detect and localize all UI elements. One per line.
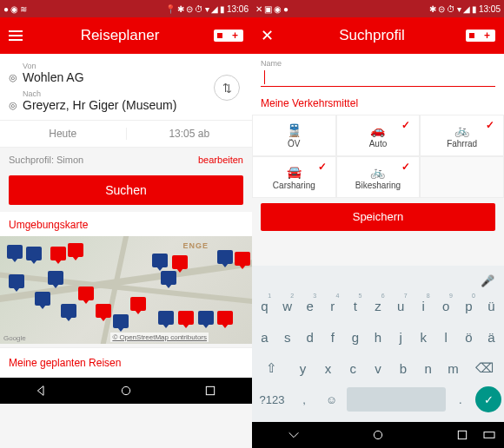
screen-reiseplaner: ●◉≋ 📍✱⊝⏱▾◢▮13:06 Reiseplaner ◎ Von Wohle… [0,0,252,448]
nav-back[interactable] [34,383,50,399]
enter-key[interactable]: ✓ [475,386,501,412]
key-o[interactable]: o9 [436,292,456,320]
key-l[interactable]: l [436,323,456,351]
name-input-block: Name [252,54,504,89]
svg-rect-4 [484,432,494,438]
key-x[interactable]: x [317,354,340,382]
key-z[interactable]: z6 [368,292,388,320]
clock: 13:06 [227,4,249,14]
edit-profile-link[interactable]: bearbeiten [198,155,243,165]
bike-icon: 🚲 [454,123,469,137]
search-profile-row: Suchprofil: Simon bearbeiten [0,148,252,172]
backspace-key[interactable]: ⌫ [467,354,501,382]
keyboard: 🎤 q1w2e3r4t5z6u7i8o9p0ü asdfghjklöä ⇧ yx… [252,266,504,422]
key-j[interactable]: j [391,323,411,351]
map-view[interactable]: ENGE Google © OpenStreetMap contributors [0,236,252,344]
mode-ov[interactable]: 🚆 ÖV [252,115,336,156]
kb-row-2: asdfghjklöä [255,323,501,351]
key-ü[interactable]: ü [481,292,501,320]
date-cell[interactable]: Heute [0,128,127,140]
check-icon: ✓ [401,119,410,131]
key-f[interactable]: f [322,323,342,351]
nav-home[interactable] [370,427,386,443]
key-w[interactable]: w2 [277,292,297,320]
name-label: Name [261,59,495,68]
transport-section-title: Meine Verkehrsmittel [252,89,504,115]
from-value: Wohlen AG [23,70,243,84]
datetime-row[interactable]: Heute 13:05 ab [0,120,252,148]
key-i[interactable]: i8 [414,292,434,320]
mode-label: Carsharing [273,181,315,190]
google-logo: Google [3,334,26,342]
mic-icon[interactable]: 🎤 [481,274,494,287]
mode-auto[interactable]: ✓ 🚗 Auto [336,115,421,156]
planned-trips-title[interactable]: Meine geplanten Reisen [0,347,252,378]
time-cell[interactable]: 13:05 ab [127,128,253,140]
mode-label: Auto [369,139,388,148]
emoji-key[interactable]: ☺ [319,385,343,413]
key-d[interactable]: d [300,323,320,351]
key-ö[interactable]: ö [459,323,479,351]
bikeshare-icon: 🚲 [370,165,385,179]
mode-label: Bikesharing [355,181,401,190]
mode-label: Fahrrad [447,139,477,148]
to-value: Greyerz, Hr Giger (Museum) [23,98,243,112]
check-icon: ✓ [486,119,494,131]
key-v[interactable]: v [367,354,389,382]
key-ä[interactable]: ä [481,323,501,351]
shift-key[interactable]: ⇧ [255,354,289,382]
key-y[interactable]: y [292,354,315,382]
nav-back[interactable] [286,427,302,443]
svg-rect-1 [206,386,214,394]
swap-button[interactable]: ⇅ [214,75,240,101]
page-title: Suchprofil [278,27,466,44]
key-g[interactable]: g [345,323,365,351]
key-e[interactable]: e3 [300,292,320,320]
key-r[interactable]: r4 [322,292,342,320]
key-h[interactable]: h [368,323,388,351]
key-t[interactable]: t5 [345,292,365,320]
key-p[interactable]: p0 [459,292,479,320]
to-field[interactable]: ◎ Nach Greyerz, Hr Giger (Museum) [9,87,243,115]
key-s[interactable]: s [277,323,297,351]
key-m[interactable]: m [442,354,465,382]
nav-keyboard[interactable] [481,427,497,443]
key-c[interactable]: c [342,354,364,382]
check-icon: ✓ [401,161,410,173]
key-n[interactable]: n [417,354,440,382]
page-title: Reiseplaner [26,27,214,44]
map-area-label: ENGE [182,241,209,250]
text-cursor [264,70,265,84]
from-label: Von [23,62,243,70]
nav-recent[interactable] [202,383,218,399]
route-input-block: ◎ Von Wohlen AG ◎ Nach Greyerz, Hr Giger… [0,54,252,120]
close-button[interactable]: ✕ [261,26,278,45]
train-icon: 🚆 [287,123,302,137]
app-header: ✕ Suchprofil [252,17,504,54]
key-k[interactable]: k [414,323,434,351]
mode-carsharing[interactable]: ✓ 🚘 Carsharing [252,156,336,198]
search-button[interactable]: Suchen [9,175,243,205]
location-pin-icon: ◎ [9,89,23,111]
svg-rect-3 [458,431,466,438]
osm-attribution[interactable]: © OpenStreetMap contributors [110,333,209,342]
nav-recent[interactable] [454,427,470,443]
status-bar: ●◉≋ 📍✱⊝⏱▾◢▮13:06 [0,0,252,17]
period-key[interactable]: . [448,385,473,413]
key-a[interactable]: a [255,323,275,351]
keyboard-suggest-bar: 🎤 [255,269,501,292]
key-q[interactable]: q1 [255,292,275,320]
mode-empty [420,156,504,198]
save-button[interactable]: Speichern [261,203,495,231]
symbols-key[interactable]: ?123 [255,385,289,413]
space-key[interactable] [347,387,446,412]
mode-bikesharing[interactable]: ✓ 🚲 Bikesharing [336,156,421,198]
from-field[interactable]: ◎ Von Wohlen AG [9,59,243,87]
nav-home[interactable] [118,383,134,399]
comma-key[interactable]: , [292,385,316,413]
key-b[interactable]: b [392,354,414,382]
key-u[interactable]: u7 [391,292,411,320]
menu-button[interactable] [9,30,26,41]
mode-fahrrad[interactable]: ✓ 🚲 Fahrrad [420,115,504,156]
sbb-logo [214,30,243,42]
